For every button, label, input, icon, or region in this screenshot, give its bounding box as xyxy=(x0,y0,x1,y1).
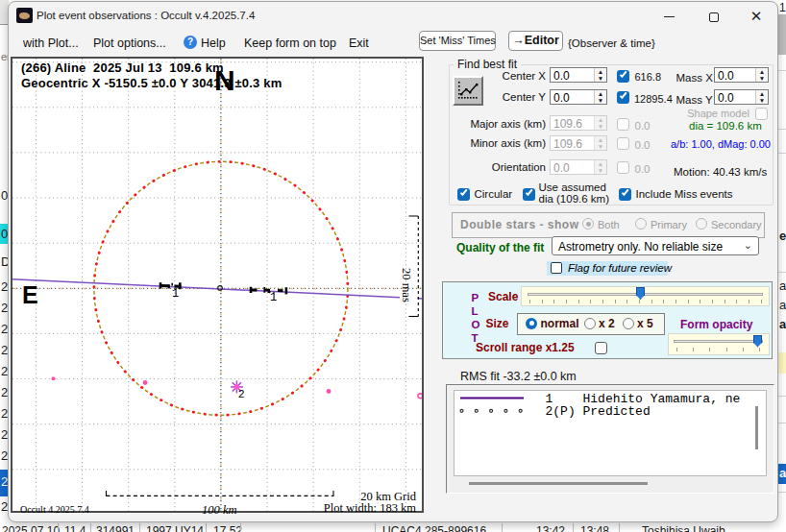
spin-down-icon[interactable]: ▼ xyxy=(595,97,606,104)
diameter-label: dia = 109.6 km xyxy=(689,120,762,132)
center-x-label: Center X xyxy=(469,70,546,82)
bg-text-fragment: 1 xyxy=(779,1,786,14)
observer-time-label: {Observer & time} xyxy=(568,37,655,49)
bg-cell-asteroid: 1997 UY14 xyxy=(146,524,204,532)
bg-cell-number: 314991 xyxy=(96,524,135,532)
major-axis-zero: 0.0 xyxy=(635,120,651,132)
orientation-zero: 0.0 xyxy=(635,163,651,175)
center-y-spinner[interactable]: 0.0 ▲▼ xyxy=(550,89,607,105)
circular-checkbox[interactable] xyxy=(457,188,470,201)
mass-x-spinner[interactable]: 0.0 ▲▼ xyxy=(714,67,769,83)
fit-y-checkbox[interactable] xyxy=(617,91,629,104)
close-button[interactable]: ✕ xyxy=(735,2,777,30)
mass-y-label: Mass Y xyxy=(676,94,713,106)
bg-cell-time1: 13:42 xyxy=(536,524,565,532)
scroll-range-checkbox[interactable] xyxy=(595,342,607,354)
orientation-label: Orientation xyxy=(450,161,546,173)
scale-slider-thumb[interactable] xyxy=(636,287,645,300)
legend-horizontal-scrollbar[interactable] xyxy=(469,482,648,486)
double-both-radio[interactable] xyxy=(582,218,594,230)
size-normal-radio[interactable] xyxy=(526,318,537,329)
mass-y-spinner[interactable]: 0.0 ▲▼ xyxy=(714,89,769,105)
bg-cell-time2: 13:48 xyxy=(580,524,609,532)
menu-keep-on-top[interactable]: Keep form on top xyxy=(244,36,336,50)
use-assumed-label-line1: Use assumed xyxy=(539,181,606,193)
scroll-range-label: Scroll range x1.25 xyxy=(476,341,575,354)
use-assumed-checkbox[interactable] xyxy=(523,188,535,201)
double-stars-group: Double stars - show Both Primary Seconda… xyxy=(452,212,765,238)
motion-label: Motion: 40.43 km/s xyxy=(674,166,767,178)
mass-x-label: Mass X xyxy=(676,72,713,84)
center-x-spinner[interactable]: 0.0 ▲▼ xyxy=(550,67,607,83)
plot-letter-l: L xyxy=(472,306,479,317)
title-bar[interactable]: Plot event observations : Occult v.4.202… xyxy=(9,2,777,30)
spinner-buttons: ▲▼ xyxy=(594,136,606,150)
major-axis-spinner[interactable]: 109.6 ▲▼ xyxy=(550,115,607,131)
spinner-buttons: ▲▼ xyxy=(594,160,606,174)
spinner-buttons[interactable]: ▲▼ xyxy=(594,90,606,104)
spinner-buttons[interactable]: ▲▼ xyxy=(755,68,768,82)
slider-ticks xyxy=(676,348,760,351)
spin-down-icon[interactable]: ▼ xyxy=(756,75,768,82)
double-both-label: Both xyxy=(598,219,620,230)
set-miss-times-button[interactable]: Set 'Miss' Times xyxy=(419,31,496,51)
editor-button[interactable]: →Editor xyxy=(508,31,563,51)
flag-review-checkbox[interactable] xyxy=(551,262,562,274)
spin-down-icon[interactable]: ▼ xyxy=(595,75,606,82)
plot-letter-p: P xyxy=(472,293,479,303)
maximize-button[interactable] xyxy=(693,2,735,30)
spinner-buttons[interactable]: ▲▼ xyxy=(755,90,768,104)
legend-row-2[interactable]: 2(P) Predicted xyxy=(546,404,651,419)
close-icon: ✕ xyxy=(750,8,763,24)
menu-help[interactable]: Help xyxy=(201,36,226,50)
spin-up-icon[interactable]: ▲ xyxy=(756,90,768,97)
size-x2-radio[interactable] xyxy=(584,318,596,329)
menu-plot-options[interactable]: Plot options... xyxy=(93,36,166,50)
form-opacity-slider[interactable] xyxy=(668,327,770,357)
app-icon xyxy=(16,8,33,23)
spin-up-icon[interactable]: ▲ xyxy=(756,68,768,75)
controls-panel: Find best fit Center X xyxy=(9,57,778,522)
help-icon[interactable]: ? xyxy=(184,36,197,49)
size-radio-group: normal x 2 x 5 xyxy=(517,313,665,335)
fit-x-checkbox[interactable] xyxy=(617,70,629,83)
size-x5-radio[interactable] xyxy=(623,318,634,329)
minor-axis-spinner[interactable]: 109.6 ▲▼ xyxy=(550,135,607,151)
minor-axis-checkbox[interactable] xyxy=(617,137,629,150)
minimize-button[interactable] xyxy=(648,2,690,30)
shape-model-checkbox[interactable] xyxy=(755,108,768,120)
background-window-right-strip: 1 e a a a a xyxy=(778,0,786,532)
spin-up-icon[interactable]: ▲ xyxy=(595,68,606,75)
major-axis-checkbox[interactable] xyxy=(617,118,629,131)
bg-cell-star: UCAC4 285-899616 xyxy=(382,524,486,532)
bg-text-fragment: a xyxy=(779,317,786,331)
double-secondary-radio[interactable] xyxy=(696,218,707,230)
legend-panel: 1 Hidehito Yamamura, ne 2(P) Predicted xyxy=(446,384,774,494)
fit-y-value: 12895.4 xyxy=(634,93,673,105)
orientation-checkbox[interactable] xyxy=(617,161,629,174)
include-miss-checkbox[interactable] xyxy=(619,188,631,201)
legend-vertical-scrollbar[interactable] xyxy=(755,406,758,449)
asteroid-icon xyxy=(19,12,30,19)
scale-slider[interactable] xyxy=(521,286,770,306)
circular-label: Circular xyxy=(475,188,513,200)
menu-with-plot[interactable]: with Plot... xyxy=(23,36,79,50)
double-primary-radio[interactable] xyxy=(635,218,647,230)
scale-label: Scale xyxy=(488,290,518,303)
double-secondary-label: Secondary xyxy=(711,219,762,230)
size-label: Size xyxy=(486,317,509,330)
spinner-buttons[interactable]: ▲▼ xyxy=(594,68,606,82)
maximize-icon xyxy=(709,12,719,22)
spin-up-icon[interactable]: ▲ xyxy=(595,90,606,97)
bg-text-fragment: a xyxy=(779,298,786,312)
quality-label: Quality of the fit xyxy=(456,241,544,254)
quality-combobox[interactable]: Astrometry only. No reliable size ⌄ xyxy=(552,236,759,255)
legend-list[interactable]: 1 Hidehito Yamamura, ne 2(P) Predicted xyxy=(454,390,767,476)
bg-selected-cell: a xyxy=(778,464,786,484)
spin-down-icon[interactable]: ▼ xyxy=(756,97,768,104)
menu-exit[interactable]: Exit xyxy=(349,36,369,50)
bg-yellow-cell xyxy=(778,352,786,374)
legend-swatches xyxy=(454,391,541,420)
bg-text-fragment: e xyxy=(779,229,786,243)
orientation-spinner[interactable]: 0.0 ▲▼ xyxy=(550,159,607,175)
